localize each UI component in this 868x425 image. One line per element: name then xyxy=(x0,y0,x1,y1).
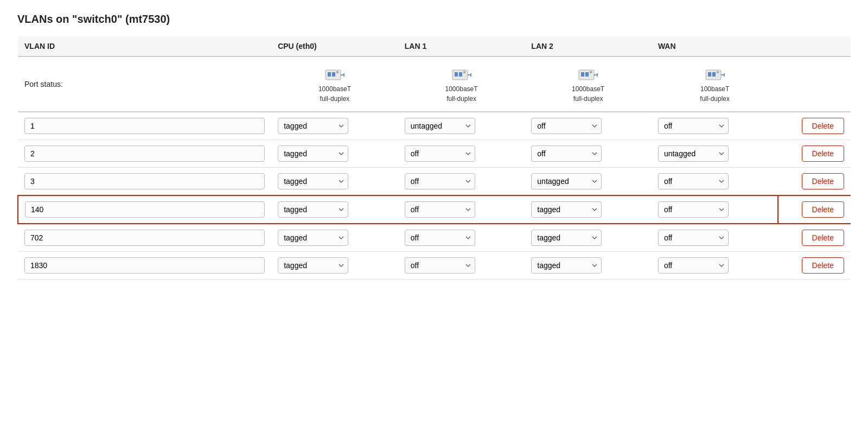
port-cpu-speed: 1000baseT xyxy=(318,85,351,93)
col-header-wan: WAN xyxy=(652,36,778,56)
svg-rect-1 xyxy=(328,72,331,77)
port-status-row: Port status: 1000baseT full-duplex xyxy=(18,56,851,112)
lan1-select[interactable]: offuntaggedtagged xyxy=(405,118,475,134)
wan-cell: offuntaggedtagged xyxy=(652,140,778,168)
port-lan1-duplex: full-duplex xyxy=(446,95,476,103)
vlan-id-cell xyxy=(18,112,271,140)
delete-cell: Delete xyxy=(778,112,851,140)
vlan-row: offuntaggedtaggedoffuntaggedtaggedoffunt… xyxy=(18,112,851,140)
delete-cell: Delete xyxy=(778,195,851,224)
delete-button[interactable]: Delete xyxy=(802,201,844,218)
vlan-id-input[interactable] xyxy=(24,257,265,274)
wan-select[interactable]: offuntaggedtagged xyxy=(658,145,729,162)
lan2-cell: offuntaggedtagged xyxy=(525,224,652,252)
cpu-select[interactable]: offuntaggedtagged xyxy=(278,118,348,134)
lan1-cell: offuntaggedtagged xyxy=(398,224,525,252)
col-header-cpu: CPU (eth0) xyxy=(271,36,398,56)
cpu-cell: offuntaggedtagged xyxy=(271,112,398,140)
delete-cell: Delete xyxy=(778,224,851,252)
vlan-id-input[interactable] xyxy=(25,201,265,218)
wan-select[interactable]: offuntaggedtagged xyxy=(658,257,729,274)
page-title: VLANs on "switch0" (mt7530) xyxy=(17,13,851,26)
cpu-cell: offuntaggedtagged xyxy=(271,140,398,168)
lan2-cell: offuntaggedtagged xyxy=(525,195,652,224)
lan2-cell: offuntaggedtagged xyxy=(525,140,652,168)
wan-cell: offuntaggedtagged xyxy=(652,224,778,252)
cpu-select[interactable]: offuntaggedtagged xyxy=(278,173,348,189)
col-header-action xyxy=(778,36,851,56)
svg-rect-3 xyxy=(336,71,339,73)
svg-rect-9 xyxy=(463,71,465,73)
port-wan-duplex: full-duplex xyxy=(700,95,730,103)
port-cpu-status: 1000baseT full-duplex xyxy=(271,56,398,112)
lan2-select[interactable]: offuntaggedtagged xyxy=(531,145,602,162)
cpu-select[interactable]: offuntaggedtagged xyxy=(278,257,348,274)
port-lan2-status: 1000baseT full-duplex xyxy=(525,56,652,112)
lan2-select[interactable]: offuntaggedtagged xyxy=(531,201,602,218)
vlan-id-cell xyxy=(18,252,271,280)
lan1-select[interactable]: offuntaggedtagged xyxy=(405,145,475,162)
wan-cell: offuntaggedtagged xyxy=(652,168,778,196)
vlan-row: offuntaggedtaggedoffuntaggedtaggedoffunt… xyxy=(18,195,851,224)
lan2-cell: offuntaggedtagged xyxy=(525,112,652,140)
cpu-cell: offuntaggedtagged xyxy=(271,252,398,280)
wan-cell: offuntaggedtagged xyxy=(652,252,778,280)
lan2-select[interactable]: offuntaggedtagged xyxy=(531,173,602,189)
vlan-row: offuntaggedtaggedoffuntaggedtaggedoffunt… xyxy=(18,224,851,252)
lan2-cell: offuntaggedtagged xyxy=(525,252,652,280)
delete-button[interactable]: Delete xyxy=(802,230,844,246)
lan2-select[interactable]: offuntaggedtagged xyxy=(531,257,602,274)
lan1-select[interactable]: offuntaggedtagged xyxy=(405,173,475,189)
vlan-row: offuntaggedtaggedoffuntaggedtaggedoffunt… xyxy=(18,140,851,168)
vlan-id-input[interactable] xyxy=(24,230,265,246)
port-lan1-status: 1000baseT full-duplex xyxy=(398,56,525,112)
eth-plug-icon xyxy=(704,66,726,83)
svg-rect-14 xyxy=(585,72,589,77)
vlan-id-input[interactable] xyxy=(24,145,265,162)
cpu-select[interactable]: offuntaggedtagged xyxy=(278,201,348,218)
eth-plug-icon xyxy=(450,66,473,83)
port-action-empty xyxy=(778,56,851,112)
wan-select[interactable]: offuntaggedtagged xyxy=(658,230,729,246)
lan1-cell: offuntaggedtagged xyxy=(398,168,525,196)
cpu-select[interactable]: offuntaggedtagged xyxy=(278,145,348,162)
port-cpu-duplex: full-duplex xyxy=(320,95,350,103)
vlan-id-input[interactable] xyxy=(24,173,265,189)
svg-rect-2 xyxy=(332,72,335,77)
delete-cell: Delete xyxy=(778,168,851,196)
lan2-select[interactable]: offuntaggedtagged xyxy=(531,118,602,134)
lan1-select[interactable]: offuntaggedtagged xyxy=(405,201,475,218)
cpu-select[interactable]: offuntaggedtagged xyxy=(278,230,348,246)
wan-select[interactable]: offuntaggedtagged xyxy=(658,173,729,189)
vlan-id-cell xyxy=(18,224,271,252)
cpu-cell: offuntaggedtagged xyxy=(271,195,398,224)
lan2-select[interactable]: offuntaggedtagged xyxy=(531,230,602,246)
port-lan2-duplex: full-duplex xyxy=(573,95,603,103)
port-lan2-speed: 1000baseT xyxy=(572,85,604,93)
wan-select[interactable]: offuntaggedtagged xyxy=(658,201,729,218)
svg-rect-20 xyxy=(712,72,716,77)
eth-plug-icon xyxy=(323,66,346,83)
port-lan1-speed: 1000baseT xyxy=(445,85,478,93)
svg-rect-21 xyxy=(717,71,719,73)
svg-rect-7 xyxy=(455,72,458,77)
delete-cell: Delete xyxy=(778,140,851,168)
delete-button[interactable]: Delete xyxy=(802,118,844,134)
vlan-id-cell xyxy=(18,168,271,196)
vlan-table: VLAN ID CPU (eth0) LAN 1 LAN 2 WAN Port … xyxy=(17,36,851,280)
wan-select[interactable]: offuntaggedtagged xyxy=(658,118,729,134)
svg-rect-8 xyxy=(459,72,462,77)
col-header-lan2: LAN 2 xyxy=(525,36,652,56)
lan1-select[interactable]: offuntaggedtagged xyxy=(405,230,475,246)
vlan-id-cell xyxy=(18,195,271,224)
lan1-cell: offuntaggedtagged xyxy=(398,195,525,224)
delete-button[interactable]: Delete xyxy=(802,173,844,189)
svg-rect-15 xyxy=(590,71,592,73)
delete-cell: Delete xyxy=(778,252,851,280)
delete-button[interactable]: Delete xyxy=(802,257,844,274)
svg-rect-19 xyxy=(708,72,711,77)
lan1-select[interactable]: offuntaggedtagged xyxy=(405,257,475,274)
vlan-id-input[interactable] xyxy=(24,118,265,134)
delete-button[interactable]: Delete xyxy=(802,145,844,162)
lan1-cell: offuntaggedtagged xyxy=(398,252,525,280)
